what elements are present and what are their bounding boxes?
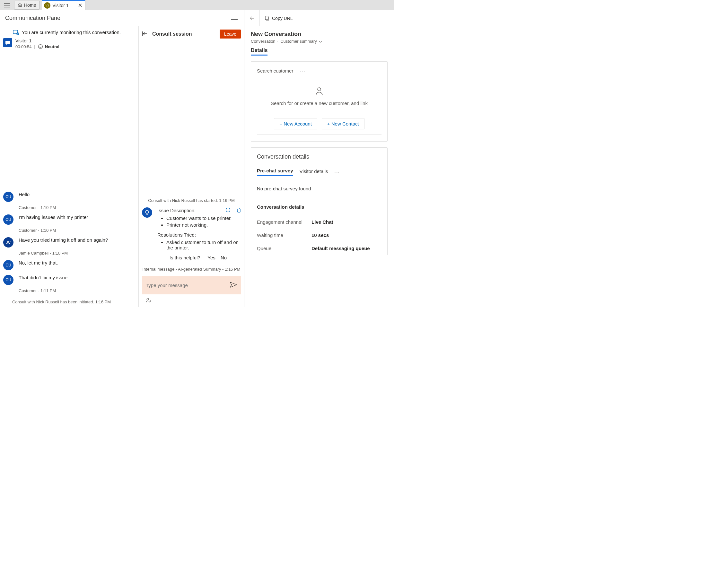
- communication-panel-title: Communication Panel: [5, 15, 230, 22]
- message-avatar: JC: [3, 237, 13, 248]
- detail-key: Engagement channel: [257, 219, 311, 225]
- conversation-title: New Conversation: [251, 31, 388, 38]
- left-column: Communication Panel You are currently mo…: [0, 10, 244, 307]
- message-avatar: CU: [3, 192, 13, 202]
- copy-summary-button[interactable]: [236, 208, 241, 214]
- no-prechat-text: No pre-chat survey found: [257, 186, 382, 191]
- leave-button[interactable]: Leave: [220, 30, 241, 39]
- svg-rect-19: [265, 16, 268, 20]
- message-avatar: CU: [3, 215, 13, 225]
- detail-value: Default messaging queue: [311, 246, 382, 251]
- home-icon: [18, 3, 22, 7]
- svg-point-3: [17, 33, 18, 34]
- message-avatar: CU: [3, 260, 13, 270]
- visitor-timer: 00:00:54: [15, 44, 32, 49]
- breadcrumb: Conversation · Customer summary: [251, 39, 388, 44]
- right-column: Copy URL New Conversation Conversation ·…: [244, 10, 394, 307]
- copy-url-label: Copy URL: [272, 16, 293, 21]
- lightbulb-avatar: [142, 208, 152, 218]
- ai-summary-card: Issue Description: Customer wants to use…: [142, 208, 241, 264]
- message-avatar: CU: [3, 275, 13, 285]
- consult-title: Consult session: [152, 31, 220, 37]
- hamburger-menu[interactable]: [0, 0, 14, 10]
- tab-visitor-details[interactable]: Visitor details: [300, 169, 328, 176]
- chat-message: CU No, let me try that.: [3, 260, 135, 270]
- detail-key: Waiting time: [257, 233, 311, 238]
- customer-search-card: Search customer --- Search for or create…: [251, 61, 388, 142]
- copy-icon: [236, 208, 241, 213]
- chat-messages: CU Hello Customer - 1:10 PM CU I'm havin…: [0, 52, 138, 307]
- lightbulb-icon: [144, 210, 150, 216]
- issue-item: Customer wants to use printer.: [166, 216, 241, 221]
- issue-list: Customer wants to use printer.Printer no…: [166, 216, 241, 228]
- conversation-details-subheader: Conversation details: [257, 204, 382, 210]
- hamburger-icon: [4, 3, 10, 7]
- issue-item: Printer not working.: [166, 222, 241, 228]
- info-button[interactable]: [225, 208, 231, 214]
- consult-started-text: Consult with Nick Russell has started. 1…: [142, 198, 241, 203]
- search-customer-label: Search customer: [257, 68, 293, 74]
- helpful-no[interactable]: No: [221, 255, 227, 261]
- detail-row: QueueDefault messaging queue: [257, 242, 382, 255]
- copy-url-button[interactable]: Copy URL: [260, 16, 297, 21]
- details-tab[interactable]: Details: [251, 48, 268, 56]
- back-button[interactable]: [244, 10, 260, 26]
- svg-point-6: [39, 46, 40, 47]
- monitoring-text: You are currently monitoring this conver…: [22, 30, 121, 35]
- composer-input[interactable]: [146, 282, 227, 288]
- monitor-icon: [13, 30, 19, 35]
- issue-description-header: Issue Description:: [157, 208, 196, 213]
- svg-point-16: [147, 298, 149, 300]
- minimize-button[interactable]: [230, 13, 239, 23]
- internal-message-meta: Internal message - AI-generated Summary …: [142, 267, 241, 272]
- topbar: Home V1 Visitor 1: [0, 0, 394, 10]
- message-composer[interactable]: [142, 276, 241, 294]
- visitor-name: Visitor 1: [15, 38, 59, 43]
- consult-back-button[interactable]: [141, 30, 149, 39]
- svg-point-20: [318, 88, 321, 91]
- close-icon: [78, 4, 82, 7]
- info-icon: [225, 208, 231, 213]
- detail-row: Engagement channelLive Chat: [257, 216, 382, 229]
- tab-overflow[interactable]: ···: [335, 170, 340, 175]
- send-icon: [230, 282, 237, 287]
- minimize-icon: [231, 19, 238, 20]
- new-account-button[interactable]: + New Account: [274, 118, 317, 129]
- tab-prechat-survey[interactable]: Pre-chat survey: [257, 168, 293, 176]
- right-toolbar: Copy URL: [244, 10, 394, 26]
- search-customer-value: ---: [300, 68, 305, 74]
- detail-value: 10 secs: [311, 233, 382, 238]
- session-tab-visitor1[interactable]: V1 Visitor 1: [42, 0, 85, 10]
- send-button[interactable]: [230, 282, 237, 288]
- home-tab[interactable]: Home: [14, 1, 39, 10]
- detail-key: Queue: [257, 246, 311, 251]
- back-to-start-icon: [142, 31, 148, 36]
- close-session-button[interactable]: [78, 3, 82, 8]
- home-label: Home: [24, 3, 36, 8]
- resolutions-list: Asked customer to turn off and on the pr…: [166, 240, 241, 251]
- search-customer-row[interactable]: Search customer ---: [257, 68, 382, 77]
- visitor-header: Visitor 1 00:00:54 | Neutral: [0, 36, 138, 52]
- message-text: Have you tried turning it off and on aga…: [19, 237, 108, 243]
- add-participant-button[interactable]: [142, 294, 241, 307]
- customer-summary-dropdown[interactable]: Customer summary: [280, 39, 322, 44]
- arrow-left-icon: [250, 16, 255, 21]
- svg-rect-4: [5, 41, 10, 44]
- helpful-yes[interactable]: Yes: [207, 255, 215, 261]
- message-text: That didn't fix my issue.: [19, 275, 69, 280]
- session-label: Visitor 1: [52, 3, 68, 8]
- monitoring-banner: You are currently monitoring this conver…: [0, 26, 138, 36]
- consult-initiated-note: Consult with Nick Russell has been initi…: [12, 299, 135, 304]
- message-meta: Jamie Campbell - 1:10 PM: [19, 251, 135, 256]
- chevron-down-icon: [319, 41, 322, 43]
- message-meta: Customer - 1:10 PM: [19, 228, 135, 233]
- chat-message: CU That didn't fix my issue.: [3, 275, 135, 285]
- message-meta: Customer - 1:11 PM: [19, 288, 135, 293]
- helpful-prompt: Is this helpful? Yes No: [157, 255, 241, 261]
- copy-url-icon: [264, 16, 269, 21]
- svg-point-13: [228, 209, 228, 209]
- new-contact-button[interactable]: + New Contact: [322, 118, 364, 129]
- consult-header: Consult session Leave: [139, 26, 244, 42]
- chat-column: You are currently monitoring this conver…: [0, 26, 139, 307]
- consult-column: Consult session Leave Consult with Nick …: [139, 26, 244, 307]
